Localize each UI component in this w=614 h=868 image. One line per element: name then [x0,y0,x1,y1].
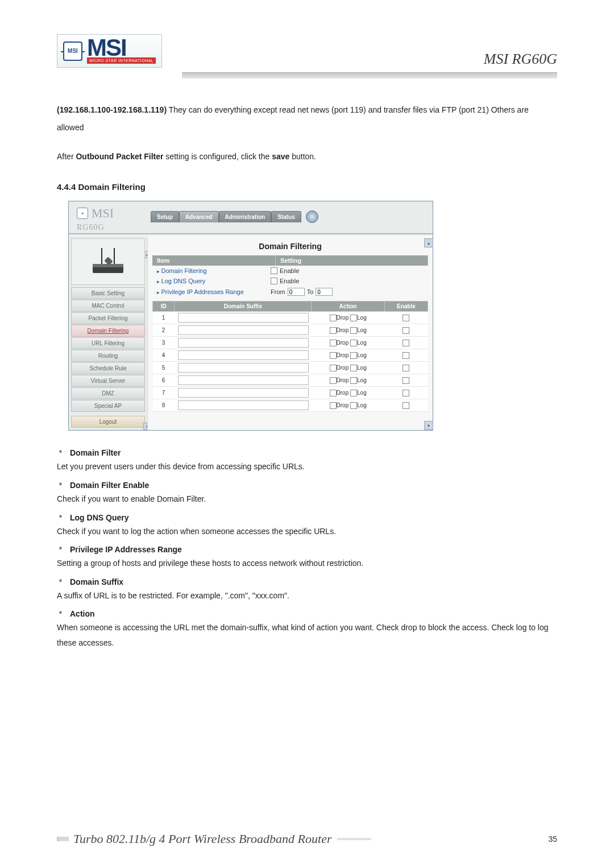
log-checkbox[interactable] [350,377,357,384]
sidebar-item-url-filtering[interactable]: URL Filtering [71,337,145,349]
drop-checkbox[interactable] [330,365,337,371]
tab-setup[interactable]: Setup [151,211,179,222]
rule-enable-checkbox[interactable] [403,315,409,321]
router-brand-text: MSI [92,206,114,221]
main-scroll-up-icon[interactable]: ▴ [424,238,433,247]
rule-enable-checkbox[interactable] [403,327,409,334]
definition-term: Domain Suffix [70,577,123,586]
rules-header-domain-suffix: Domain Suffix [175,301,312,312]
sidebar-item-domain-filtering[interactable]: Domain Filtering [71,325,145,337]
log-checkbox[interactable] [350,340,357,346]
brand-badge-text: MSI [68,48,78,54]
sidebar-item-schedule-rule[interactable]: Schedule Rule [71,362,145,374]
sidebar-item-special-ap[interactable]: Special AP [71,400,145,412]
brand-sub: MICRO-STAR INTERNATIONAL [87,57,156,64]
drop-checkbox[interactable] [330,327,337,334]
drop-label: Drop [337,352,350,358]
main-scroll-down-icon[interactable]: ▾ [424,421,433,430]
page-number: 35 [548,834,557,844]
domain-suffix-input[interactable] [178,363,309,373]
rule-enable-checkbox[interactable] [403,365,409,371]
definition-term-row: ＊Domain Suffix [57,577,557,587]
domain-suffix-input[interactable] [178,388,309,398]
sidebar-item-dmz[interactable]: DMZ [71,387,145,399]
drop-checkbox[interactable] [330,390,337,396]
rule-id: 1 [153,312,175,324]
domain-suffix-input[interactable] [178,350,309,360]
asterisk-icon: ＊ [57,609,64,619]
log-label: Log [357,340,367,346]
domain-suffix-input[interactable] [178,313,309,323]
definition-term-row: ＊Domain Filter [57,448,557,458]
rule-action-cell: Drop Log [312,374,384,387]
logout-button[interactable]: Logout [71,416,145,428]
drop-checkbox[interactable] [330,402,337,409]
rules-header-enable: Enable [384,301,428,312]
enable-checkbox[interactable] [271,267,277,274]
asterisk-icon: ＊ [57,480,64,490]
drop-label: Drop [337,365,350,371]
brand-badge-icon: MSI [63,42,82,61]
drop-checkbox[interactable] [330,340,337,346]
domain-suffix-input[interactable] [178,375,309,385]
range-from-label: From [271,288,285,295]
log-checkbox[interactable] [350,327,357,334]
definition-term-row: ＊Action [57,609,557,619]
brand-name: MSI [87,34,126,61]
tab-advanced[interactable]: Advanced [179,211,219,222]
drop-label: Drop [337,402,350,408]
rules-row: 7Drop Log [153,387,428,399]
drop-label: Drop [337,390,350,396]
domain-suffix-input[interactable] [178,338,309,348]
domain-suffix-input[interactable] [178,400,309,410]
enable-checkbox[interactable] [271,278,277,284]
intro-paragraph-2: After Outbound Packet Filter setting is … [57,148,557,166]
log-checkbox[interactable] [350,315,357,321]
rule-enable-checkbox[interactable] [403,402,409,409]
rules-header-action: Action [312,301,384,312]
definition-term: Log DNS Query [70,513,128,522]
rule-enable-checkbox[interactable] [403,377,409,384]
rule-enable-checkbox[interactable] [403,352,409,359]
setting-label: Log DNS Query [157,278,268,284]
log-label: Log [357,327,367,333]
tab-administration[interactable]: Administration [219,211,272,222]
drop-checkbox[interactable] [330,377,337,384]
rules-row: 3Drop Log [153,337,428,349]
sidebar-item-virtual-server[interactable]: Virtual Server [71,375,145,387]
settings-header-row: Item Setting [152,255,428,266]
log-checkbox[interactable] [350,402,357,409]
rule-id: 4 [153,349,175,362]
rule-enable-checkbox[interactable] [403,340,409,346]
rule-id: 6 [153,374,175,387]
drop-checkbox[interactable] [330,315,337,321]
tab-status[interactable]: Status [271,211,301,222]
log-label: Log [357,377,367,383]
range-from-input[interactable] [288,288,305,296]
panel-title: Domain Filtering [152,239,428,255]
sidebar-item-routing[interactable]: Routing [71,350,145,362]
sidebar-item-packet-filtering[interactable]: Packet Filtering [71,312,145,324]
log-checkbox[interactable] [350,390,357,396]
rule-action-cell: Drop Log [312,324,384,337]
drop-checkbox[interactable] [330,352,337,359]
brand-logo: MSI MSI MICRO-STAR INTERNATIONAL [57,34,162,68]
globe-icon[interactable] [306,210,318,223]
rules-row: 2Drop Log [153,324,428,337]
rule-action-cell: Drop Log [312,349,384,362]
sidebar-item-mac-control[interactable]: MAC Control [71,300,145,312]
definition-term-row: ＊Privilege IP Addresses Range [57,544,557,555]
range-to-input[interactable] [316,288,333,296]
product-label: MSI RG60G [484,51,557,68]
section-heading: 4.4.4 Domain Filtering [57,182,557,192]
asterisk-icon: ＊ [57,544,64,555]
domain-suffix-input[interactable] [178,325,309,335]
rule-enable-checkbox[interactable] [403,390,409,396]
log-checkbox[interactable] [350,352,357,359]
router-main-panel: ▴ ▾ Domain Filtering Item Setting Domain… [147,236,433,430]
definition-desc: Check if you want to log the action when… [57,524,557,539]
drop-label: Drop [337,315,350,321]
drop-label: Drop [337,340,350,346]
log-checkbox[interactable] [350,365,357,371]
sidebar-item-basic-setting[interactable]: Basic Setting [71,287,145,299]
